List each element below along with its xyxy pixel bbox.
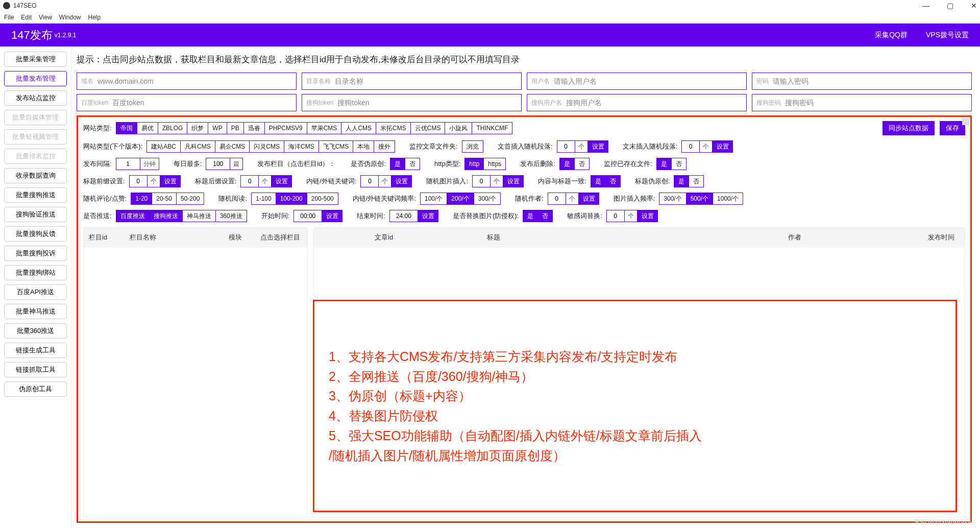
sidebar-item-2[interactable]: 发布站点监控 — [4, 90, 67, 106]
sidebar-item-7[interactable]: 批量搜狗推送 — [4, 187, 67, 203]
title-suffix-input[interactable] — [240, 175, 259, 187]
inputs2-field-3[interactable] — [785, 99, 967, 107]
sidebar-item-0[interactable]: 批量采集管理 — [4, 52, 67, 67]
cms-items-opt-13[interactable]: THINKCMF — [472, 122, 512, 134]
menu-window[interactable]: Window — [59, 14, 81, 21]
window-minimize[interactable]: — — [922, 2, 929, 10]
rand-img-input[interactable] — [472, 175, 491, 187]
sync-site-button[interactable]: 同步站点数据 — [883, 121, 935, 135]
cms-next-items-opt-5[interactable]: 飞飞CMS — [318, 140, 354, 153]
menu-help[interactable]: Help — [88, 14, 101, 21]
end-time-input[interactable] — [389, 210, 418, 222]
delete-yes[interactable]: 是 — [559, 158, 575, 170]
menu-file[interactable]: File — [4, 14, 14, 21]
interval-input[interactable] — [116, 158, 140, 170]
cms-items-opt-12[interactable]: 小旋风 — [445, 122, 472, 134]
cms-next-items-opt-3[interactable]: 闪灵CMS — [249, 140, 284, 153]
sensitive-word-set[interactable]: 设置 — [638, 210, 658, 222]
https-option[interactable]: https — [484, 158, 506, 170]
link-kw-set[interactable]: 设置 — [391, 175, 412, 187]
cms-items-opt-11[interactable]: 云优CMS — [410, 122, 446, 134]
content-match-yes[interactable]: 是 — [591, 175, 606, 187]
end-time-set[interactable]: 设置 — [418, 210, 438, 222]
replace-img-no[interactable]: 否 — [538, 210, 553, 222]
cms-items-opt-1[interactable]: 易优 — [137, 122, 158, 134]
pf-items-opt-0[interactable]: 300/个 — [659, 193, 686, 205]
col-header-select[interactable]: 点击选择栏目 — [247, 233, 307, 242]
link-kw-input[interactable] — [360, 175, 379, 187]
doc-suffix-input[interactable] — [681, 140, 700, 153]
sidebar-item-13[interactable]: 批量神马推送 — [4, 304, 67, 319]
daily-input[interactable] — [206, 158, 230, 170]
col-header-module[interactable]: 模块 — [191, 233, 247, 242]
doc-suffix-set[interactable]: 设置 — [713, 140, 733, 153]
cms-next-items-opt-7[interactable]: 搜外 — [374, 140, 395, 153]
rc-items-opt-2[interactable]: 50-200 — [176, 193, 204, 205]
push-items-opt-2[interactable]: 神马推送 — [182, 210, 216, 222]
cms-items-opt-3[interactable]: 织梦 — [187, 122, 208, 134]
title-fake-yes[interactable]: 是 — [674, 175, 689, 187]
lk-items-opt-2[interactable]: 300/个 — [474, 193, 501, 205]
pf-items-opt-2[interactable]: 1000/个 — [713, 193, 743, 205]
doc-prefix-input[interactable] — [557, 140, 575, 153]
column-table-body[interactable] — [84, 247, 307, 517]
link-qq-group[interactable]: 采集QQ群 — [875, 31, 908, 40]
cms-next-items-opt-6[interactable]: 本地 — [353, 140, 374, 153]
sidebar-item-6[interactable]: 收录数据查询 — [4, 168, 67, 183]
sidebar-item-14[interactable]: 批量360推送 — [4, 323, 67, 339]
inputs2-field-1[interactable] — [337, 99, 517, 107]
rand-img-set[interactable]: 设置 — [503, 175, 524, 187]
rr-items-opt-1[interactable]: 100-200 — [276, 193, 307, 205]
cms-items-opt-8[interactable]: 苹果CMS — [307, 122, 342, 134]
cms-next-items-opt-2[interactable]: 易企CMS — [215, 140, 250, 153]
start-time-set[interactable]: 设置 — [322, 210, 342, 222]
link-vps-dial[interactable]: VPS拨号设置 — [926, 31, 969, 40]
start-time-input[interactable] — [293, 210, 322, 222]
monitor-no[interactable]: 否 — [672, 158, 687, 170]
doc-prefix-set[interactable]: 设置 — [588, 140, 608, 153]
inputs1-field-2[interactable] — [554, 77, 742, 85]
content-match-no[interactable]: 否 — [606, 175, 621, 187]
rr-items-opt-2[interactable]: 200-500 — [307, 193, 338, 205]
window-close[interactable]: ✕ — [971, 2, 977, 10]
menu-view[interactable]: View — [39, 14, 52, 21]
lk-items-opt-0[interactable]: 100/个 — [420, 193, 447, 205]
title-prefix-set[interactable]: 设置 — [160, 175, 181, 187]
cms-items-opt-4[interactable]: WP — [208, 122, 227, 134]
save-button[interactable]: 保存 — [940, 121, 965, 135]
rr-items-opt-0[interactable]: 1-100 — [251, 193, 276, 205]
cms-items-opt-9[interactable]: 人人CMS — [341, 122, 376, 134]
replace-img-yes[interactable]: 是 — [523, 210, 538, 222]
cms-next-items-opt-0[interactable]: 建站ABC — [146, 140, 181, 153]
cms-items-opt-5[interactable]: PB — [227, 122, 244, 134]
sidebar-item-9[interactable]: 批量搜狗反馈 — [4, 226, 67, 242]
cms-items-opt-6[interactable]: 迅睿 — [243, 122, 265, 134]
sidebar-item-10[interactable]: 批量搜狗投诉 — [4, 246, 67, 261]
cms-items-opt-2[interactable]: ZBLOG — [158, 122, 188, 134]
title-fake-no[interactable]: 否 — [689, 175, 704, 187]
sidebar-item-11[interactable]: 批量搜狗绑站 — [4, 265, 67, 280]
push-items-opt-0[interactable]: 百度推送 — [116, 210, 150, 222]
monitor-yes[interactable]: 是 — [656, 158, 672, 170]
pf-items-opt-1[interactable]: 500/个 — [686, 193, 713, 205]
rc-items-opt-1[interactable]: 20-50 — [152, 193, 177, 205]
rand-author-set[interactable]: 设置 — [579, 193, 599, 205]
cms-items-opt-10[interactable]: 米拓CMS — [376, 122, 411, 134]
sidebar-item-12[interactable]: 百度API推送 — [4, 284, 67, 300]
art-header-time[interactable]: 发布时间 — [914, 233, 965, 242]
sensitive-word-input[interactable] — [606, 210, 625, 222]
cms-next-items-opt-4[interactable]: 海洋CMS — [284, 140, 319, 153]
title-prefix-input[interactable] — [129, 175, 148, 187]
col-header-id[interactable]: 栏目id — [84, 233, 125, 242]
http-option[interactable]: http — [464, 158, 484, 170]
window-maximize[interactable]: ▢ — [947, 2, 953, 10]
cms-items-opt-0[interactable]: 帝国 — [116, 122, 137, 134]
cms-items-opt-7[interactable]: PHPCMSV9 — [264, 122, 307, 134]
art-header-id[interactable]: 文章id — [313, 233, 421, 242]
inputs1-field-1[interactable] — [335, 77, 517, 85]
delete-no[interactable]: 否 — [575, 158, 590, 170]
inputs2-field-0[interactable] — [112, 99, 292, 107]
inputs2-field-2[interactable] — [566, 99, 742, 107]
inputs1-field-0[interactable] — [97, 77, 292, 85]
sidebar-item-17[interactable]: 伪原创工具 — [4, 381, 67, 397]
